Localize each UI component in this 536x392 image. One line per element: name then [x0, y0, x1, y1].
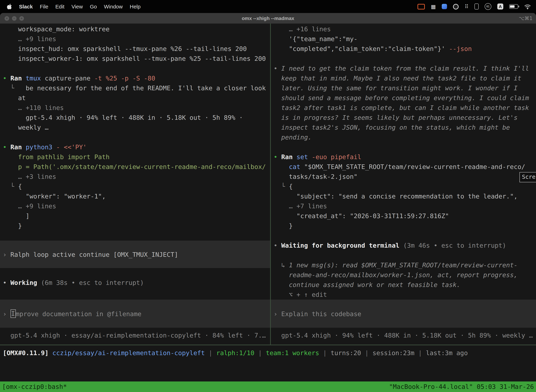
zoom-button[interactable]: + — [19, 16, 24, 21]
thinking-line: inspect task2's JSON, focusing on the st… — [271, 123, 536, 132]
mailbox-message-line: ↳1 new msg(s): read $OMX_TEAM_STATE_ROOT… — [271, 260, 536, 270]
prompt-input-right[interactable]: ›Explain this codebase — [271, 300, 536, 328]
corner-icon: └ — [10, 83, 14, 93]
menu-help[interactable]: Help — [126, 4, 144, 9]
menu-window[interactable]: Window — [100, 4, 126, 9]
terminal-window: ×−+ omx --xhigh --madmax ⌥⌘1 workspace_m… — [0, 13, 536, 392]
menu-view[interactable]: View — [68, 4, 86, 9]
command-output-line: ] — [0, 211, 270, 221]
prompt-icon: › — [3, 310, 7, 317]
keyboard-grid-icon[interactable]: ▦ — [431, 4, 436, 9]
command-output-line: └{ — [0, 182, 270, 191]
command-line: tasks/task-2.json" — [271, 172, 536, 182]
tmux-pane-left[interactable]: workspace_mode: worktree … +9 lines insp… — [0, 23, 270, 345]
ran-command-line: •Rantmuxcapture-pane-t %25 -p -S -80 — [0, 73, 270, 83]
command-output-line: } — [271, 221, 536, 231]
menu-bar-status-icons: ▦⠿61A — [412, 3, 531, 10]
dots-grid-icon[interactable]: ⠿ — [464, 4, 469, 9]
bullet-icon: • — [3, 142, 7, 152]
terminal-content: workspace_mode: worktree … +9 lines insp… — [0, 23, 536, 392]
blue-app-icon[interactable] — [442, 4, 447, 9]
command-output-line: └be necessary for the end of the README.… — [0, 83, 270, 93]
command-output-line: gpt-5.4 xhigh · 94% left · 488K in · 5.1… — [0, 113, 270, 123]
window-shortcut-hint: ⌥⌘1 — [519, 13, 532, 23]
close-button[interactable]: × — [5, 16, 9, 21]
terminal-line: workspace_mode: worktree — [0, 24, 270, 34]
menu-go[interactable]: Go — [86, 4, 100, 9]
collapsed-lines-indicator: … +16 lines — [271, 24, 536, 34]
menu-edit[interactable]: Edit — [52, 4, 68, 9]
command-output-line: └{ — [271, 182, 536, 191]
mailbox-message-line: readme-and-reco/mailbox/worker-1.json, a… — [271, 270, 536, 280]
ring-app-icon[interactable] — [453, 4, 459, 9]
window-titlebar[interactable]: ×−+ omx --xhigh --madmax ⌥⌘1 — [0, 13, 536, 23]
collapsed-lines-indicator: … +3 lines — [0, 172, 270, 182]
thinking-line: task2 after task1 is complete, but can I… — [271, 103, 536, 113]
collapsed-lines-indicator: … +110 lines — [0, 103, 270, 113]
text-cursor: I — [10, 309, 16, 318]
battery-icon[interactable] — [509, 4, 518, 9]
collapsed-lines-indicator: … +7 lines — [271, 201, 536, 211]
terminal-line: '{"team_name":"my-team","task_id":"1","f… — [271, 34, 536, 44]
menu-bar: SlackFileEditViewGoWindowHelp ▦⠿61A — [0, 0, 536, 13]
screen-recording-icon[interactable] — [417, 4, 425, 9]
command-line: cat"$OMX_TEAM_STATE_ROOT/team/review-cur… — [271, 162, 536, 172]
thinking-line: •I need to get the claim token from the … — [271, 64, 536, 73]
bullet-icon: • — [274, 64, 278, 73]
command-output-line: weekly … — [0, 123, 270, 132]
turns-counter: turns:20 — [330, 348, 361, 358]
thinking-line: pending. — [271, 132, 536, 142]
screen-tooltip: Scre — [519, 172, 536, 182]
terminal-line: … +9 lines — [0, 34, 270, 44]
bullet-icon: • — [274, 152, 278, 162]
pane-status-line-left: gpt-5.4 xhigh · essay/ai-reimplementatio… — [0, 331, 270, 340]
minimize-button[interactable]: − — [12, 16, 17, 21]
command-output-line: "created_at": "2026-03-31T11:59:27.816Z" — [271, 211, 536, 221]
ran-command-line: •Ranpython3- <<'PY' — [0, 142, 270, 152]
script-line: from pathlib import Path — [0, 152, 270, 162]
edit-shortcut-hint: ⌥ + ↑ edit — [271, 290, 536, 300]
bullet-icon: • — [3, 278, 7, 288]
corner-icon: └ — [281, 182, 285, 191]
menu-bar-left: SlackFileEditViewGoWindowHelp — [5, 4, 144, 9]
bullet-icon: • — [3, 73, 7, 83]
bullet-icon: • — [274, 241, 278, 250]
menu-app-name[interactable]: Slack — [15, 4, 36, 9]
inject-message-text: Ralph loop active continue [OMX_TMUX_INJ… — [10, 251, 178, 258]
phone-icon[interactable] — [474, 4, 479, 9]
terminal-line: "completed","claim_token":"claim-token"}… — [271, 44, 536, 54]
wifi-icon[interactable] — [524, 4, 531, 9]
window-controls: ×−+ — [0, 16, 24, 21]
pane-status-line-right: gpt-5.4 xhigh · 94% left · 488K in · 5.1… — [271, 331, 536, 340]
apple-menu-icon[interactable] — [7, 4, 12, 9]
tmux-status-bar: [omx-cczip0:bash*"MacBook-Pro-44.local" … — [0, 382, 536, 392]
command-output-line: } — [0, 221, 270, 231]
collapsed-lines-indicator: … +9 lines — [0, 201, 270, 211]
prompt-input-left[interactable]: ›Improve documentation in @filename — [0, 300, 270, 328]
thinking-line: keep that in mind. Maybe I also need the… — [271, 73, 536, 83]
prompt-placeholder: mprove documentation in @filename — [16, 310, 141, 317]
terminal-line: inspect_worker-1: omx sparkshell --tmux-… — [0, 54, 270, 64]
terminal-line: inspect_hud: omx sparkshell --tmux-pane … — [0, 44, 270, 54]
prompt-placeholder: Explain this codebase — [281, 310, 361, 317]
working-status-line: •Working(6m 38s • esc to interrupt) — [0, 278, 270, 288]
waiting-status-line: •Waiting for background terminal(3m 46s … — [271, 241, 536, 250]
tmux-host-and-clock: "MacBook-Pro-44.local" 05:03 31-Mar-26 — [389, 382, 534, 392]
ran-command-line: •Ranset-euo pipefail — [271, 152, 536, 162]
omx-version: [OMX#0.11.9] — [3, 348, 48, 358]
thinking-line: is in progress? It seems likely but perh… — [271, 113, 536, 123]
team-workers: team:1 workers — [266, 348, 319, 358]
mailbox-message-line: continue assigned work or next feasible … — [271, 280, 536, 290]
menu-file[interactable]: File — [36, 4, 52, 9]
input-source-icon[interactable]: A — [497, 4, 503, 9]
prompt-icon: › — [274, 310, 278, 317]
ralph-counter: ralph:1/10 — [216, 348, 254, 358]
reply-arrow-icon: ↳ — [281, 260, 285, 270]
inject-message-bar[interactable]: ›Ralph loop active continue [OMX_TMUX_IN… — [0, 241, 270, 268]
script-line: p = Path('.omx/state/team/review-current… — [0, 162, 270, 172]
command-output-line: "subject": "send a concise recommendatio… — [271, 191, 536, 201]
tmux-pane-right[interactable]: … +16 lines '{"team_name":"my-team","tas… — [271, 23, 536, 345]
omx-status-line: [OMX#0.11.9]cczip/essay/ai-reimplementat… — [3, 348, 468, 358]
battery-percentage-icon[interactable]: 61 — [485, 3, 491, 10]
screen: SlackFileEditViewGoWindowHelp ▦⠿61A ×−+ … — [0, 0, 536, 392]
